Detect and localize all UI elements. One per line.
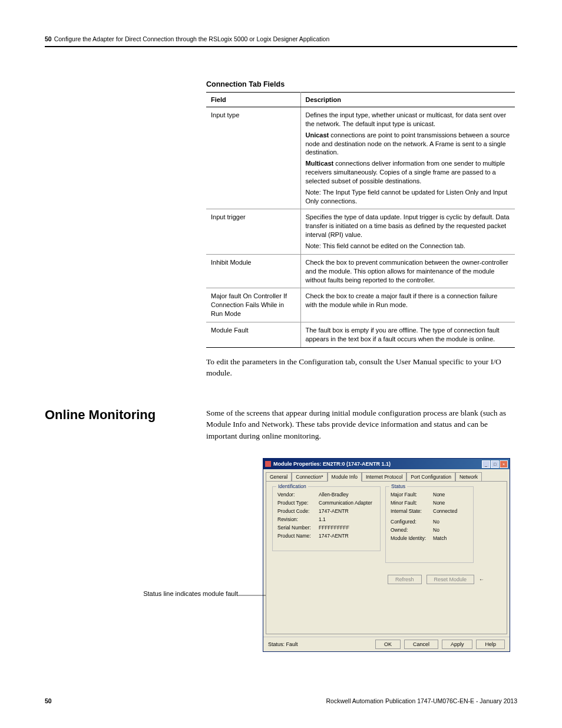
tab-general[interactable]: General [266, 472, 292, 482]
status-title: Status [389, 483, 407, 489]
status-value: None [433, 500, 468, 506]
tab-module-info[interactable]: Module Info [328, 472, 362, 482]
status-label: Internal State: [391, 508, 433, 514]
minimize-button[interactable]: _ [482, 460, 490, 468]
identification-title: Identification [276, 483, 308, 489]
footer-publication: Rockwell Automation Publication 1747-UM0… [326, 697, 518, 704]
ident-label: Vendor: [277, 492, 319, 498]
field-description: Specifies the type of data update. Input… [300, 209, 515, 254]
status-label: Minor Fault: [391, 500, 433, 506]
dialog-title: Module Properties: EN2TR:0 (1747-AENTR 1… [273, 461, 482, 467]
ok-button[interactable]: OK [375, 640, 401, 649]
connection-tab-fields-table: Field Description Input typeDefines the … [206, 92, 515, 348]
ident-row: Vendor:Allen-Bradley [277, 492, 375, 498]
ident-value: 1.1 [319, 516, 375, 522]
status-label: Module Identity: [391, 535, 433, 541]
status-value: None [433, 492, 468, 498]
header-page-number: 50 [45, 35, 52, 42]
app-icon [265, 461, 271, 467]
status-row: Owned:No [391, 527, 468, 533]
ident-row: Product Type:Communication Adapter [277, 500, 375, 506]
tab-connection-[interactable]: Connection* [292, 472, 327, 482]
status-label: Configured: [391, 519, 433, 525]
status-label: Major Fault: [391, 492, 433, 498]
field-name: Input type [206, 107, 300, 209]
dialog-titlebar: Module Properties: EN2TR:0 (1747-AENTR 1… [263, 459, 510, 469]
refresh-button[interactable]: Refresh [388, 575, 422, 584]
status-row: Internal State:Connected [391, 508, 468, 514]
field-description: Check the box to create a major fault if… [300, 288, 515, 322]
apply-button[interactable]: Apply [442, 640, 473, 649]
ident-value: 1747-AENTR [319, 533, 375, 539]
tab-network[interactable]: Network [455, 472, 482, 482]
ident-label: Serial Number: [277, 525, 319, 531]
footer-page-number: 50 [45, 697, 52, 704]
ident-label: Product Name: [277, 533, 319, 539]
status-value: No [433, 519, 468, 525]
field-description: The fault box is empty if you are offlin… [300, 322, 515, 347]
close-button[interactable]: × [500, 460, 508, 468]
cancel-button[interactable]: Cancel [404, 640, 438, 649]
status-bar: Status: Fault OK Cancel Apply Help [263, 637, 510, 651]
tab-internet-protocol[interactable]: Internet Protocol [362, 472, 406, 482]
status-row: Major Fault:None [391, 492, 468, 498]
ident-label: Product Type: [277, 500, 319, 506]
ident-row: Serial Number:FFFFFFFFFF [277, 525, 375, 531]
ident-value: FFFFFFFFFF [319, 525, 375, 531]
ident-row: Product Code:1747-AENTR [277, 508, 375, 514]
status-text: Status: Fault [268, 641, 375, 647]
reset-module-button[interactable]: Reset Module [427, 575, 475, 584]
table-caption: Connection Tab Fields [206, 80, 517, 88]
field-description: Check the box to prevent communication b… [300, 254, 515, 288]
field-name: Input trigger [206, 209, 300, 254]
callout-label: Status line indicates module fault [108, 590, 238, 597]
ident-value: Communication Adapter [319, 500, 375, 506]
ident-row: Revision:1.1 [277, 516, 375, 522]
status-row: Minor Fault:None [391, 500, 468, 506]
dropdown-arrow-icon[interactable]: ← [479, 577, 484, 582]
ident-row: Product Name:1747-AENTR [277, 533, 375, 539]
ident-label: Product Code: [277, 508, 319, 514]
tab-pane: Identification Vendor:Allen-BradleyProdu… [266, 481, 507, 634]
tab-port-configuration[interactable]: Port Configuration [406, 472, 455, 482]
header-rule [45, 46, 517, 47]
status-row: Module Identity:Match [391, 535, 468, 541]
ident-label: Revision: [277, 516, 319, 522]
status-label: Owned: [391, 527, 433, 533]
maximize-button[interactable]: □ [491, 460, 499, 468]
th-description: Description [300, 93, 515, 107]
header-chapter-title: Configure the Adapter for Direct Connect… [54, 35, 330, 42]
body-paragraph: To edit the parameters in the Configurat… [206, 356, 515, 379]
module-properties-dialog: Module Properties: EN2TR:0 (1747-AENTR 1… [263, 458, 510, 652]
section-body: Some of the screens that appear during i… [206, 407, 515, 442]
ident-value: Allen-Bradley [319, 492, 375, 498]
field-name: Inhibit Module [206, 254, 300, 288]
th-field: Field [206, 93, 300, 107]
field-name: Major fault On Controller If Connection … [206, 288, 300, 322]
identification-group: Identification Vendor:Allen-BradleyProdu… [272, 486, 381, 551]
status-group: Status Major Fault:NoneMinor Fault:NoneI… [385, 486, 474, 563]
field-name: Module Fault [206, 322, 300, 347]
status-value: Match [433, 535, 468, 541]
page-header: 50 Configure the Adapter for Direct Conn… [45, 35, 517, 42]
section-heading: Online Monitoring [45, 407, 206, 442]
dialog-screenshot: Status line indicates module fault Modul… [263, 458, 510, 652]
page-footer: 50 Rockwell Automation Publication 1747-… [45, 697, 517, 704]
ident-value: 1747-AENTR [319, 508, 375, 514]
help-button[interactable]: Help [476, 640, 505, 649]
status-value: Connected [433, 508, 468, 514]
tab-row: GeneralConnection*Module InfoInternet Pr… [263, 469, 510, 481]
status-value: No [433, 527, 468, 533]
field-description: Defines the input type, whether unicast … [300, 107, 515, 209]
status-row: Configured:No [391, 519, 468, 525]
